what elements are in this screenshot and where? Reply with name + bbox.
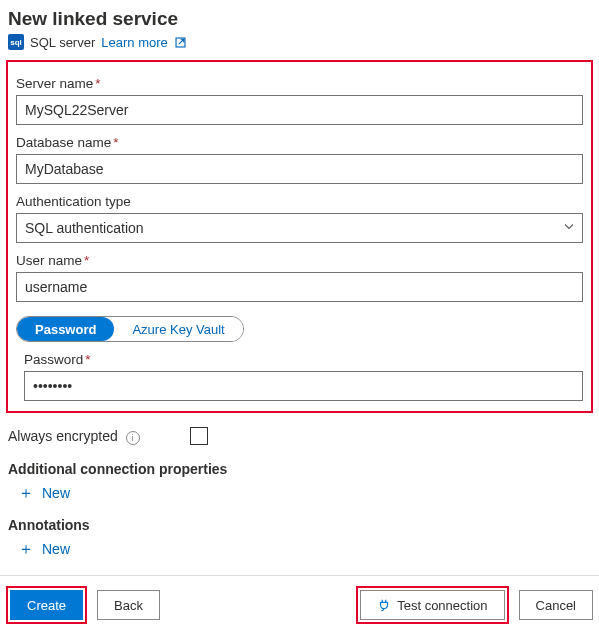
user-name-label: User name* [16,253,583,268]
additional-props-header: Additional connection properties [8,461,591,477]
cancel-button[interactable]: Cancel [519,590,593,620]
plug-icon [377,598,391,612]
server-name-label: Server name* [16,76,583,91]
add-annotation-button[interactable]: ＋ New [18,541,593,557]
password-input[interactable] [24,371,583,401]
annotations-header: Annotations [8,517,591,533]
password-tab[interactable]: Password [17,317,114,341]
azure-key-vault-tab[interactable]: Azure Key Vault [114,317,242,341]
database-name-input[interactable] [16,154,583,184]
test-connection-button[interactable]: Test connection [360,590,504,620]
auth-type-select[interactable] [16,213,583,243]
info-icon[interactable]: i [126,431,140,445]
external-link-icon [174,36,187,49]
create-highlight: Create [6,586,87,624]
add-connection-property-button[interactable]: ＋ New [18,485,593,501]
password-label: Password* [24,352,583,367]
learn-more-link[interactable]: Learn more [101,35,167,50]
highlighted-form-region: Server name* Database name* Authenticati… [6,60,593,413]
sql-server-icon: sql [8,34,24,50]
test-connection-highlight: Test connection [356,586,508,624]
plus-icon: ＋ [18,485,34,501]
always-encrypted-checkbox[interactable] [190,427,208,445]
server-name-input[interactable] [16,95,583,125]
page-title: New linked service [8,8,593,30]
footer-bar: Create Back Test connection Cancel [0,575,599,628]
always-encrypted-label: Always encrypted i [8,428,140,445]
create-button[interactable]: Create [10,590,83,620]
back-button[interactable]: Back [97,590,160,620]
service-type-label: SQL server [30,35,95,50]
password-source-toggle: Password Azure Key Vault [16,316,244,342]
plus-icon: ＋ [18,541,34,557]
database-name-label: Database name* [16,135,583,150]
user-name-input[interactable] [16,272,583,302]
auth-type-label: Authentication type [16,194,583,209]
